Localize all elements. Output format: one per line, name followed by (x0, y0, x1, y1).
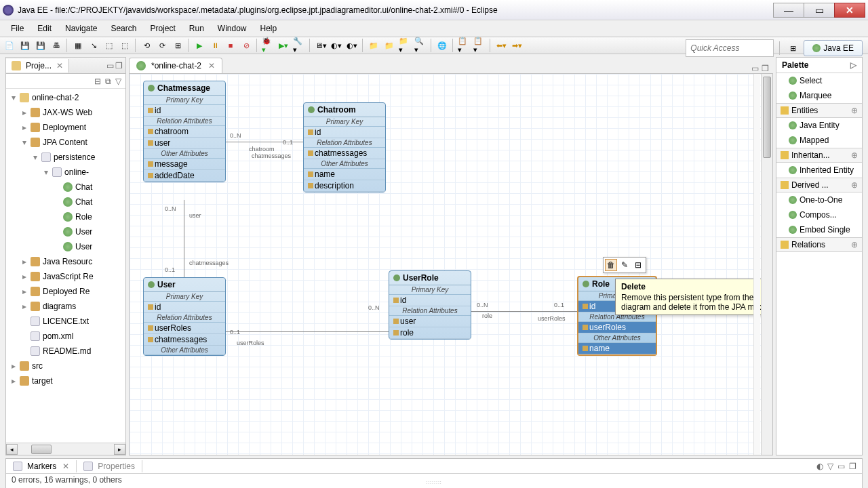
tool-2[interactable]: ↘ (87, 39, 100, 52)
relation-line[interactable] (226, 331, 389, 332)
link-editor-icon[interactable]: ⧉ (105, 77, 111, 86)
minimize-button[interactable]: — (773, 3, 804, 18)
entity-userrole[interactable]: UserRole Primary Key id Relation Attribu… (389, 270, 471, 340)
tree-item[interactable]: ▸diagrams (6, 299, 125, 314)
tool-h1[interactable]: 📁 (367, 39, 380, 52)
tree-item[interactable]: User (6, 239, 125, 254)
palette-group[interactable]: Relations⊕ (776, 237, 862, 252)
tree-item[interactable]: ▸JAX-WS Web (6, 105, 125, 120)
palette-group[interactable]: Derived ...⊕ (776, 178, 862, 192)
resize-handle[interactable]: :::::::: (414, 480, 454, 484)
entity-chatmessage[interactable]: Chatmessage Primary Key id Relation Attr… (143, 81, 226, 182)
tool-5[interactable]: ⟲ (140, 39, 153, 52)
perspective-javaee[interactable]: Java EE (804, 40, 863, 56)
minimize-editor-icon[interactable]: ▭ (751, 64, 759, 73)
view-menu-icon[interactable]: ◐ (816, 462, 823, 471)
debug-dropdown[interactable]: 🐞▾ (261, 39, 275, 52)
project-explorer-tab[interactable]: Proje...✕ (6, 59, 69, 73)
tree-item[interactable]: LICENCE.txt (6, 314, 125, 329)
debug-stop[interactable]: ■ (224, 39, 237, 52)
entity-user[interactable]: User Primary Key id Relation Attributes … (143, 277, 226, 356)
palette-group[interactable]: Entities⊕ (776, 103, 862, 118)
menu-help[interactable]: Help (254, 22, 284, 35)
ext-tools[interactable]: 🔧▾ (292, 39, 306, 52)
search-icon[interactable]: 🔍▾ (414, 39, 427, 52)
tool-6[interactable]: ⟳ (155, 39, 169, 52)
tree-item[interactable]: ▾JPA Content (6, 135, 125, 150)
tree-item[interactable]: User (6, 224, 125, 239)
markers-tab[interactable]: Markers✕ (6, 460, 77, 472)
tree-item[interactable]: README.md (6, 344, 125, 359)
palette-item[interactable]: One-to-One (776, 192, 862, 207)
project-tree[interactable]: ▾online-chat-2▸JAX-WS Web▸Deployment▾JPA… (6, 89, 125, 443)
collapse-entity-button[interactable]: ⊟ (632, 259, 644, 271)
minimize-view-icon[interactable]: ▭ (837, 462, 845, 471)
relation-line[interactable] (184, 200, 184, 277)
scroll-thumb[interactable] (763, 77, 771, 158)
tree-item[interactable]: Chat (6, 180, 125, 195)
properties-tab[interactable]: Properties (77, 460, 142, 472)
view-menu-icon[interactable]: ▽ (115, 77, 121, 86)
menu-navigate[interactable]: Navigate (58, 22, 104, 35)
tree-item[interactable]: ▾online- (6, 165, 125, 180)
tree-item[interactable]: ▸JavaScript Re (6, 269, 125, 284)
scroll-left-icon[interactable]: ◂ (6, 444, 18, 455)
forward-button[interactable]: ➡▾ (510, 39, 524, 52)
tool-3[interactable]: ⬚ (102, 39, 116, 52)
scroll-thumb[interactable] (31, 445, 52, 454)
save-all-button[interactable]: 💾 (34, 39, 47, 52)
back-button[interactable]: ⬅▾ (494, 39, 508, 52)
palette-item[interactable]: Mapped (776, 133, 862, 148)
web-browser-icon[interactable]: 🌐 (435, 39, 449, 52)
debug-pause[interactable]: ⏸ (208, 39, 222, 52)
canvas-vertical-scrollbar[interactable] (761, 74, 772, 455)
view-dropdown-icon[interactable]: ▽ (827, 462, 833, 471)
tree-item[interactable]: ▸Java Resourc (6, 254, 125, 269)
save-button[interactable]: 💾 (18, 39, 32, 52)
palette-item[interactable]: Marquee (776, 88, 862, 103)
tree-item[interactable]: ▸target (6, 373, 125, 388)
tree-item[interactable]: Chat (6, 195, 125, 209)
menu-window[interactable]: Window (211, 22, 254, 35)
palette-item[interactable]: Java Entity (776, 118, 862, 133)
diagram-canvas[interactable]: Chatmessage Primary Key id Relation Attr… (129, 73, 773, 455)
tool-h3[interactable]: 📁▾ (398, 39, 412, 52)
palette-collapse-icon[interactable]: ▷ (850, 60, 856, 70)
maximize-button[interactable]: ▭ (804, 3, 835, 18)
tree-item[interactable]: ▸Deployment (6, 120, 125, 135)
maximize-view-icon[interactable]: ❐ (115, 61, 123, 70)
tool-1[interactable]: ▦ (71, 39, 85, 52)
tree-item[interactable]: ▾online-chat-2 (6, 90, 125, 105)
run-dropdown[interactable]: ▶▾ (277, 39, 290, 52)
tool-g1[interactable]: ◐▾ (330, 39, 343, 52)
minimize-view-icon[interactable]: ▭ (106, 61, 114, 70)
tree-item[interactable]: ▾persistence (6, 150, 125, 165)
horizontal-scrollbar[interactable]: ◂ ▸ (6, 443, 125, 455)
palette-item[interactable]: Inherited Entity (776, 163, 862, 178)
palette-item[interactable]: Compos... (776, 207, 862, 222)
palette-item[interactable]: Embed Single (776, 222, 862, 237)
nav-1[interactable]: 📋▾ (457, 39, 471, 52)
tool-4[interactable]: ⬚ (118, 39, 132, 52)
debug-run[interactable]: ▶ (193, 39, 206, 52)
menu-project[interactable]: Project (143, 22, 182, 35)
relation-line[interactable] (471, 311, 577, 312)
tool-h2[interactable]: 📁 (382, 39, 396, 52)
palette-item[interactable]: Select (776, 73, 862, 88)
entity-chatroom[interactable]: Chatroom Primary Key id Relation Attribu… (303, 102, 386, 192)
menu-search[interactable]: Search (104, 22, 143, 35)
edit-entity-button[interactable]: ✎ (618, 259, 631, 271)
new-server[interactable]: 🖥▾ (314, 39, 328, 52)
collapse-all-icon[interactable]: ⊟ (94, 77, 101, 86)
maximize-editor-icon[interactable]: ❐ (762, 64, 769, 73)
nav-2[interactable]: 📋▾ (473, 39, 486, 52)
palette-group[interactable]: Inheritan...⊕ (776, 148, 862, 163)
tree-item[interactable]: ▸src (6, 359, 125, 373)
maximize-view-icon[interactable]: ❐ (849, 462, 856, 471)
tool-7[interactable]: ⊞ (171, 39, 184, 52)
tree-item[interactable]: pom.xml (6, 329, 125, 344)
open-perspective-button[interactable]: ⊞ (786, 41, 800, 55)
menu-edit[interactable]: Edit (31, 22, 58, 35)
editor-tab[interactable]: *online-chat-2✕ (129, 58, 222, 73)
quick-access-input[interactable] (686, 39, 774, 57)
